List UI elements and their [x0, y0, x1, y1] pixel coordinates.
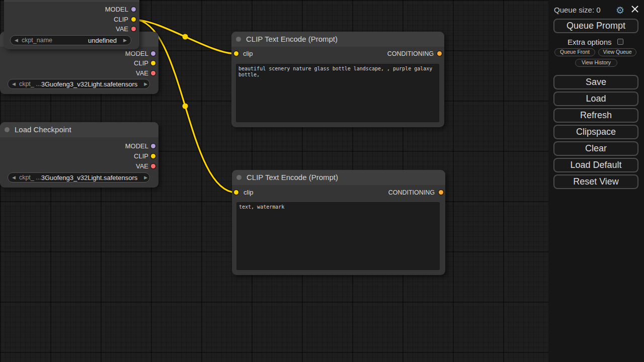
combo-next-icon[interactable]: ▶: [144, 173, 147, 182]
node-load-checkpoint[interactable]: Load Checkpoint MODEL CLIP VAE ◀ ckpt_ .…: [0, 122, 158, 188]
queue-prompt-button[interactable]: Queue Prompt: [553, 19, 638, 33]
combo-prev-icon[interactable]: ◀: [15, 36, 18, 45]
collapse-dot-icon[interactable]: [236, 175, 242, 180]
output-label: CLIP: [134, 152, 148, 161]
combo-prev-icon[interactable]: ◀: [12, 173, 16, 182]
vae-output-port[interactable]: [151, 164, 155, 168]
node-title-bar[interactable]: CLIP Text Encode (Prompt): [231, 32, 444, 47]
combo-label: ckpt_name: [22, 37, 52, 44]
collapse-dot-icon[interactable]: [5, 127, 10, 132]
comfyui-app: MODEL CLIP VAE ◀ ckpt_ ... 3Guofeng3_v32…: [0, 0, 644, 362]
node-title-bar[interactable]: CLIP Text Encode (Prompt): [232, 170, 445, 185]
extra-options-checkbox[interactable]: [617, 39, 623, 45]
load-button[interactable]: Load: [553, 92, 638, 106]
clip-input-port[interactable]: [234, 190, 238, 195]
input-label: clip: [244, 188, 254, 197]
output-label: CLIP: [114, 15, 128, 24]
refresh-button[interactable]: Refresh: [553, 108, 638, 123]
combo-label: ckpt_ ...: [19, 80, 41, 87]
clip-output-port[interactable]: [131, 17, 136, 22]
combo-value: undefined: [88, 37, 117, 44]
output-label: VAE: [136, 69, 148, 78]
load-default-button[interactable]: Load Default: [553, 158, 638, 172]
reset-view-button[interactable]: Reset View: [553, 174, 638, 189]
link-midpoint-dot[interactable]: [183, 34, 188, 40]
node-title: Load Checkpoint: [15, 122, 71, 137]
vae-output-port[interactable]: [151, 71, 155, 75]
output-label: VAE: [136, 162, 148, 171]
clip-output-port[interactable]: [151, 61, 155, 65]
combo-value: 3Guofeng3_v32Light.safetensors: [41, 174, 138, 182]
node-title: CLIP Text Encode (Prompt): [247, 170, 338, 185]
node-title-bar[interactable]: Load Checkpoint: [0, 122, 158, 137]
output-label: MODEL: [125, 49, 148, 58]
queue-size-label: Queue size: 0: [554, 6, 601, 14]
combo-next-icon[interactable]: ▶: [123, 36, 127, 45]
extra-options-label: Extra options: [568, 38, 612, 46]
output-label: CONDITIONING: [387, 49, 434, 58]
collapse-dot-icon[interactable]: [236, 37, 241, 42]
negative-prompt-textarea[interactable]: text, watermark: [236, 202, 440, 270]
settings-gear-icon[interactable]: ⚙: [616, 5, 624, 16]
clip-output-port[interactable]: [151, 154, 155, 158]
model-output-port[interactable]: [151, 144, 155, 148]
clipspace-button[interactable]: Clipspace: [553, 125, 638, 139]
model-output-port[interactable]: [151, 51, 155, 56]
save-button[interactable]: Save: [553, 75, 638, 89]
output-label: CONDITIONING: [388, 188, 435, 197]
combo-value: 3Guofeng3_v32Light.safetensors: [41, 80, 138, 88]
conditioning-output-port[interactable]: [439, 190, 443, 195]
close-icon[interactable]: [630, 5, 639, 14]
node-clip-text-encode-positive[interactable]: CLIP Text Encode (Prompt) clip CONDITION…: [231, 32, 444, 127]
node-title: CLIP Text Encode (Prompt): [246, 32, 338, 47]
ckpt-name-combo-widget[interactable]: ◀ ckpt_ ... 3Guofeng3_v32Light.safetenso…: [8, 172, 150, 183]
link-midpoint-dot[interactable]: [183, 104, 188, 109]
output-label: MODEL: [125, 142, 148, 151]
view-queue-button[interactable]: View Queue: [598, 48, 636, 56]
clip-input-port[interactable]: [234, 51, 238, 56]
vae-output-port[interactable]: [131, 27, 136, 31]
output-label: CLIP: [134, 59, 148, 68]
node-checkpoint-top[interactable]: MODEL CLIP VAE ◀ ckpt_name undefined ▶: [4, 0, 139, 49]
combo-label: ckpt_ ...: [19, 174, 41, 181]
node-clip-text-encode-negative[interactable]: CLIP Text Encode (Prompt) clip CONDITION…: [232, 170, 445, 275]
comfy-menu-panel: Queue size: 0 ⚙ Queue Prompt Extra optio…: [548, 0, 644, 362]
view-history-button[interactable]: View History: [575, 59, 617, 67]
clear-button[interactable]: Clear: [553, 141, 638, 156]
ckpt-name-combo-widget[interactable]: ◀ ckpt_name undefined ▶: [10, 35, 131, 45]
combo-prev-icon[interactable]: ◀: [12, 79, 16, 88]
node-title-bar[interactable]: [4, 0, 139, 2]
combo-next-icon[interactable]: ▶: [144, 79, 147, 88]
input-label: clip: [243, 49, 253, 58]
ckpt-name-combo-widget[interactable]: ◀ ckpt_ ... 3Guofeng3_v32Light.safetenso…: [8, 79, 150, 89]
conditioning-output-port[interactable]: [437, 51, 442, 56]
model-output-port[interactable]: [131, 7, 136, 12]
positive-prompt-textarea[interactable]: beautiful scenery nature glass bottle la…: [236, 64, 439, 122]
output-label: VAE: [116, 25, 128, 34]
queue-front-button[interactable]: Queue Front: [554, 48, 595, 56]
output-label: MODEL: [105, 5, 128, 14]
